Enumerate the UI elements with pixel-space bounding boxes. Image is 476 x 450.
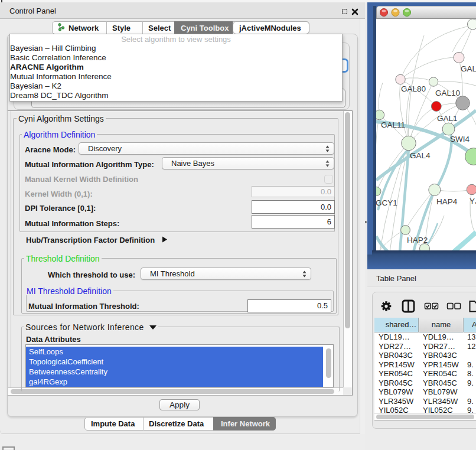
svg-text:SWI4: SWI4	[450, 135, 470, 144]
svg-text:GAL4: GAL4	[410, 151, 431, 160]
svg-text:HAP2: HAP2	[407, 236, 428, 244]
svg-text:GAL2: GAL2	[461, 64, 476, 73]
svg-text:GAL80: GAL80	[401, 84, 426, 93]
svg-text:GAL10: GAL10	[435, 89, 460, 97]
svg-text:GCY1: GCY1	[376, 198, 397, 207]
svg-text:GAL1: GAL1	[437, 114, 458, 123]
svg-text:YJ: YJ	[470, 197, 476, 206]
svg-text:HAP4: HAP4	[436, 197, 458, 206]
svg-text:GAL11: GAL11	[381, 120, 405, 129]
